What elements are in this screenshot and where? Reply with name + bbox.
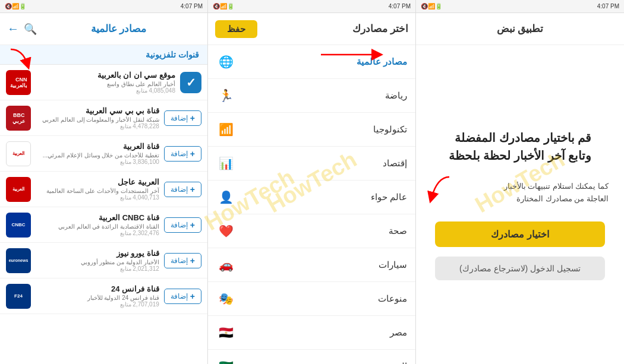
category-item-5[interactable]: صحة ❤️ <box>208 214 415 248</box>
add-button-4[interactable]: + إضافة <box>164 217 201 233</box>
right-status-bar: 🔇📶🔋 4:07 PM <box>416 0 624 13</box>
source-item-4: + إضافة قناة CNBC العربية القناة الاقتصا… <box>0 207 207 243</box>
source-followers-6: 2,707,019 متابع <box>36 301 159 308</box>
left-status-time: 4:07 PM <box>181 3 203 10</box>
source-logo-6: F24 <box>6 284 31 309</box>
source-logo-1: BBCعربي <box>6 106 31 131</box>
source-info-6: قناة فرانس 24 قناة فرانس 24 الدولية للأخ… <box>36 284 159 308</box>
source-logo-3: العربية <box>6 177 31 202</box>
category-icon-4: 👤 <box>216 188 235 207</box>
right-panel: 🔇📶🔋 4:07 PM تطبيق نبض قم باختيار مصادرك … <box>416 0 624 364</box>
mid-panel: 🔇📶🔋 4:07 PM حفظ اختر مصادرك مصادر عا <box>208 0 416 364</box>
mid-arrow-indicator <box>315 43 386 69</box>
add-label-1: إضافة <box>171 114 188 122</box>
source-item-2: + إضافة قناة العربية تغطية للأحداث من خل… <box>0 136 207 172</box>
check-icon: ✓ <box>186 75 196 90</box>
right-arrow-area: كما يمكنك استلام تنبيهات بالأخبارالعاجلة… <box>426 174 614 212</box>
right-panel-title: تطبيق نبض <box>497 23 544 35</box>
login-button[interactable]: تسجيل الدخول (لاسترجاع مصادرك) <box>435 257 605 280</box>
category-item-3[interactable]: إقتصاد 📊 <box>208 147 415 181</box>
source-followers-3: 4,040,713 متابع <box>36 194 159 201</box>
category-item-4[interactable]: عالم حواء 👤 <box>208 181 415 214</box>
source-desc-2: تغطية للأحداث من خلال وسائل الإعلام المر… <box>36 152 159 159</box>
app-container: 🔇📶🔋 4:07 PM ← 🔍 مصادر عالمية ق <box>0 0 624 364</box>
category-icon-5: ❤️ <box>216 221 235 240</box>
source-followers-1: 4,478,228 متابع <box>36 123 159 129</box>
source-item-1: + إضافة قناة بي بي سي العربية شبكة لنقل … <box>0 100 207 136</box>
category-item-8[interactable]: مصر 🇪🇬 <box>208 316 415 350</box>
category-label-6: سيارات <box>379 259 407 270</box>
mid-status-bar: 🔇📶🔋 4:07 PM <box>208 0 415 13</box>
source-followers-4: 2,302,476 متابع <box>36 230 159 236</box>
category-item-9[interactable]: السعودية 🇸🇦 <box>208 350 415 364</box>
source-name-2: قناة العربية <box>36 142 159 151</box>
left-top-bar: ← 🔍 مصادر عالمية <box>0 13 207 45</box>
mid-status-icons: 🔇📶🔋 <box>213 3 234 10</box>
add-label-2: إضافة <box>171 150 188 158</box>
add-button-5[interactable]: + إضافة <box>164 253 201 268</box>
category-label-2: تكنولوجيا <box>373 124 407 135</box>
right-status-icons: 🔇📶🔋 <box>421 3 442 10</box>
back-button[interactable]: ← <box>7 22 19 36</box>
source-item-5: + إضافة قناة يورو نيوز الأخبار الدولية م… <box>0 243 207 278</box>
category-label-1: رياضة <box>385 90 407 101</box>
add-label-5: إضافة <box>171 257 188 265</box>
category-icon-9: 🇸🇦 <box>216 357 235 364</box>
right-sub-text: كما يمكنك استلام تنبيهات بالأخبارالعاجلة… <box>460 181 609 205</box>
source-info-3: العربية عاجل آخر المستجدات والأحداث على … <box>36 178 159 201</box>
plus-icon-6: + <box>190 292 195 301</box>
category-icon-0: 🌐 <box>216 52 235 71</box>
category-list[interactable]: مصادر عالمية 🌐 رياضة 🏃 تكنولوجيا 📶 إقتصا… <box>208 45 415 364</box>
category-label-7: منوعات <box>378 293 407 304</box>
source-logo-5: euronews <box>6 248 31 273</box>
category-item-2[interactable]: تكنولوجيا 📶 <box>208 113 415 147</box>
right-arrow-indicator <box>426 174 455 212</box>
source-info-5: قناة يورو نيوز الأخبار الدولية من منظور … <box>36 249 159 272</box>
left-status-icons: 🔇📶🔋 <box>5 3 26 10</box>
category-label-3: إقتصاد <box>383 158 407 169</box>
category-icon-2: 📶 <box>216 120 235 139</box>
left-panel: 🔇📶🔋 4:07 PM ← 🔍 مصادر عالمية ق <box>0 0 208 364</box>
save-button[interactable]: حفظ <box>215 20 257 38</box>
category-item-7[interactable]: منوعات 🎭 <box>208 282 415 316</box>
source-followers-0: 4,085,048 متابع <box>36 87 175 94</box>
add-button-3[interactable]: + إضافة <box>164 182 201 197</box>
right-content-area: قم باختيار مصادرك المفضلةوتابع آخر الأخب… <box>416 45 624 364</box>
source-desc-0: أخبار العالم على نطاق واسع <box>36 81 175 87</box>
add-button-6[interactable]: + إضافة <box>164 289 201 304</box>
source-desc-1: شبكة لنقل الأخبار والمعلومات إلى العالم … <box>36 116 159 123</box>
category-icon-3: 📊 <box>216 154 235 173</box>
right-status-time: 4:07 PM <box>597 3 619 10</box>
add-label-3: إضافة <box>171 185 188 194</box>
choose-sources-button[interactable]: اختيار مصادرك <box>435 221 605 247</box>
add-label-4: إضافة <box>171 221 188 229</box>
plus-icon-4: + <box>190 220 195 230</box>
source-info-0: موقع سي ان ان بالعربية أخبار العالم على … <box>36 71 175 94</box>
checked-button-0[interactable]: ✓ <box>180 72 201 93</box>
category-item-6[interactable]: سيارات 🚗 <box>208 248 415 282</box>
category-label-4: عالم حواء <box>371 192 407 202</box>
add-button-2[interactable]: + إضافة <box>164 146 201 162</box>
source-followers-2: 3,836,100 متابع <box>36 159 159 165</box>
plus-icon-2: + <box>190 149 195 159</box>
category-label-9: السعودية <box>374 361 407 364</box>
add-label-6: إضافة <box>171 292 188 300</box>
source-logo-2: العربية <box>6 141 31 166</box>
mid-top-bar: حفظ اختر مصادرك <box>208 13 415 45</box>
source-name-5: قناة يورو نيوز <box>36 249 159 258</box>
search-button[interactable]: 🔍 <box>24 23 37 36</box>
category-icon-8: 🇪🇬 <box>216 323 235 342</box>
category-label-8: مصر <box>390 327 407 338</box>
source-list[interactable]: ✓ موقع سي ان ان بالعربية أخبار العالم عل… <box>0 65 207 364</box>
source-info-1: قناة بي بي سي العربية شبكة لنقل الأخبار … <box>36 106 159 129</box>
category-item-1[interactable]: رياضة 🏃 <box>208 79 415 113</box>
mid-panel-title: اختر مصادرك <box>352 23 408 35</box>
source-logo-4: CNBC <box>6 213 31 238</box>
add-button-1[interactable]: + إضافة <box>164 110 201 126</box>
arrow-indicator <box>5 46 34 78</box>
left-panel-title: مصادر عالمية <box>37 23 200 35</box>
source-item-3: + إضافة العربية عاجل آخر المستجدات والأح… <box>0 172 207 207</box>
category-icon-1: 🏃 <box>216 86 235 105</box>
source-desc-6: قناة فرانس 24 الدولية للأخبار <box>36 295 159 301</box>
source-info-4: قناة CNBC العربية القناة الاقتصادية الرا… <box>36 213 159 236</box>
